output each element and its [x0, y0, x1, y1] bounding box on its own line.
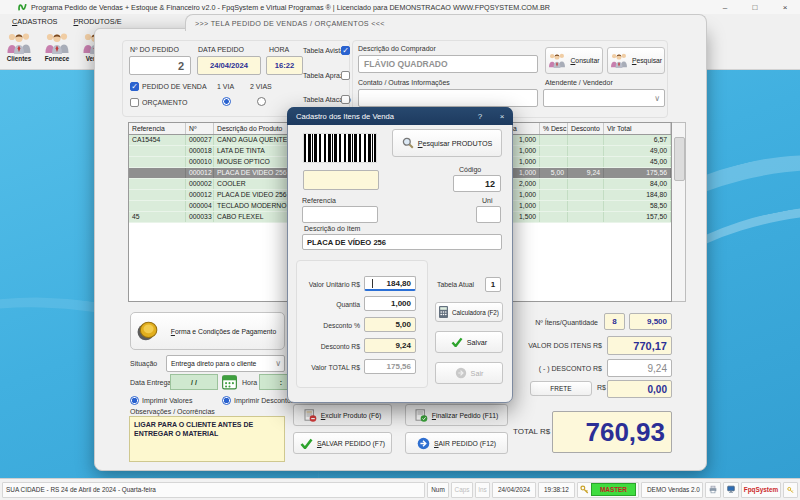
forma-pagamento-label: Forma e Condições de Pagamento: [163, 328, 284, 335]
finalizar-pedido-button[interactable]: Finalizar Pedido (F11): [405, 404, 508, 426]
forma-pagamento-button[interactable]: Forma e Condições de Pagamento: [130, 312, 285, 350]
imprimir-descontos-radio[interactable]: [222, 396, 231, 405]
atendente-label: Atendente / Vendedor: [545, 79, 613, 86]
table-cell: 6,57: [604, 135, 671, 145]
referencia-field[interactable]: [302, 206, 378, 223]
key-icon: [580, 485, 589, 494]
people-icon-slot: [610, 52, 628, 69]
frete-button-label: FRETE: [550, 385, 571, 392]
consultar-label: Consultar: [570, 57, 599, 64]
codigo-field[interactable]: 12: [453, 175, 501, 192]
frete-button[interactable]: FRETE: [530, 381, 592, 396]
valor-unitario-field[interactable]: 184,80: [364, 276, 416, 291]
excluir-produto-label: Excluir Produto (F6): [321, 412, 381, 419]
status-num: Num: [427, 482, 449, 498]
via1-radio[interactable]: [222, 97, 231, 106]
desconto-rs-field[interactable]: 9,24: [364, 338, 416, 353]
data-entrega-field[interactable]: / /: [170, 374, 218, 390]
table-cell: [568, 179, 604, 189]
table-cell: 9,24: [568, 168, 604, 178]
salvar-pedido-button[interactable]: SALVAR PEDIDO (F7): [293, 432, 392, 454]
check-icon: [451, 337, 463, 347]
obs-textarea[interactable]: LIGAR PARA O CLIENTE ANTES DE ENTREGAR O…: [129, 416, 285, 462]
form-window-titlebar[interactable]: >>> TELA PEDIDO DE VENDAS / ORÇAMENTOS <…: [185, 14, 707, 31]
table-cell: [540, 201, 568, 211]
order-date-field[interactable]: 24/04/2024: [197, 56, 261, 75]
app-title: Programa Pedido de Vendas + Estoque & Fi…: [31, 3, 550, 12]
app-titlebar: Programa Pedido de Vendas + Estoque & Fi…: [0, 0, 800, 14]
status-monitor-cell[interactable]: [723, 482, 739, 498]
minimize-button[interactable]: –: [710, 0, 740, 14]
modal-sair-label: Sair: [471, 369, 484, 378]
order-time-field[interactable]: 16:22: [266, 56, 303, 75]
barcode-input[interactable]: [303, 170, 379, 190]
help-icon[interactable]: ?: [469, 112, 491, 121]
orcamento-checkbox[interactable]: [130, 98, 139, 107]
calendar-icon[interactable]: [222, 374, 237, 390]
table-cell: 49,00: [604, 146, 671, 156]
table-cell: 175,56: [604, 168, 671, 178]
atendente-select[interactable]: ∨: [543, 89, 665, 107]
quantia-field[interactable]: 1,000: [364, 296, 416, 311]
tabela-avista-checkbox[interactable]: [341, 46, 350, 55]
tabela-aprazo-checkbox[interactable]: [341, 71, 350, 80]
toolbar-button-fornece[interactable]: Fornece: [38, 28, 76, 62]
descricao-item-field[interactable]: PLACA DE VÍDEO 256: [302, 234, 502, 250]
item-modal-titlebar[interactable]: Cadastro dos Itens de Venda ? ×: [287, 107, 513, 125]
status-location: SUA CIDADE - RS 24 de Abril de 2024 - Qu…: [2, 482, 425, 498]
buyer-field[interactable]: FLÁVIO QUADRADO: [358, 55, 538, 73]
table-scrollbar[interactable]: [672, 122, 686, 302]
table-header-cell: Vlr Total: [604, 123, 671, 134]
table-cell: [568, 157, 604, 167]
desconto-pct-field[interactable]: 5,00: [364, 317, 416, 332]
status-key-cell[interactable]: [783, 482, 798, 498]
situacao-select[interactable]: Entrega direto para o cliente ∨: [166, 355, 285, 372]
excluir-produto-button[interactable]: Excluir Produto (F6): [293, 404, 392, 426]
delete-document-icon: [304, 409, 317, 422]
table-cell: [540, 179, 568, 189]
table-cell: [540, 157, 568, 167]
contact-field[interactable]: [358, 89, 538, 107]
salvar-pedido-label: SALVAR PEDIDO (F7): [317, 440, 385, 447]
table-cell: [540, 146, 568, 156]
scrollbar-thumb[interactable]: [674, 137, 685, 181]
status-printer-cell[interactable]: [705, 482, 721, 498]
restore-button[interactable]: □: [740, 0, 770, 14]
calculadora-button[interactable]: Calculadora (F2): [435, 302, 503, 322]
text-caret: [372, 279, 373, 288]
table-cell: 184,80: [604, 190, 671, 200]
contact-label: Contato / Outras Informações: [358, 79, 450, 86]
tabela-atacado-checkbox[interactable]: [341, 95, 350, 104]
imprimir-valores-radio[interactable]: [130, 396, 139, 405]
sair-pedido-button[interactable]: SAIR PEDIDO (F12): [405, 432, 508, 454]
people-icon: [6, 31, 32, 54]
pesquisar-label: Pesquisar: [632, 57, 662, 64]
hora-entrega-label: Hora: [242, 379, 257, 386]
check-icon: [300, 438, 313, 449]
situacao-label: Situação: [130, 360, 157, 367]
menu-item-cadastros[interactable]: CADASTROS: [8, 17, 61, 26]
frete-field[interactable]: 0,00: [607, 380, 672, 398]
consultar-button[interactable]: Consultar: [545, 47, 603, 74]
order-number-field[interactable]: 2: [129, 56, 191, 75]
menu-item-produtos-e[interactable]: PRODUTOS/E: [69, 17, 125, 26]
tabela-avista-label: Tabela Avista: [303, 47, 344, 54]
finalizar-pedido-label: Finalizar Pedido (F11): [432, 412, 498, 419]
pesquisar-button[interactable]: Pesquisar: [607, 47, 665, 74]
via2-radio[interactable]: [257, 97, 266, 106]
modal-salvar-button[interactable]: Salvar: [435, 331, 503, 353]
table-cell: [568, 201, 604, 211]
close-button[interactable]: ×: [770, 0, 800, 14]
pedido-venda-checkbox[interactable]: [130, 82, 139, 91]
pedido-venda-label: PEDIDO DE VENDA: [142, 83, 207, 90]
toolbar-label: Fornece: [45, 55, 70, 62]
desconto-total-field: 9,24: [607, 359, 672, 377]
table-cell: 000033: [186, 212, 214, 222]
table-cell: 000027: [186, 135, 214, 145]
modal-close-icon[interactable]: ×: [491, 112, 513, 121]
pesquisar-produtos-button[interactable]: Pesquisar PRODUTOS: [392, 129, 502, 157]
toolbar-button-clientes[interactable]: Clientes: [0, 28, 38, 62]
table-cell: 157,50: [604, 212, 671, 222]
uni-field[interactable]: [476, 206, 501, 223]
modal-sair-button[interactable]: Sair: [435, 362, 503, 384]
